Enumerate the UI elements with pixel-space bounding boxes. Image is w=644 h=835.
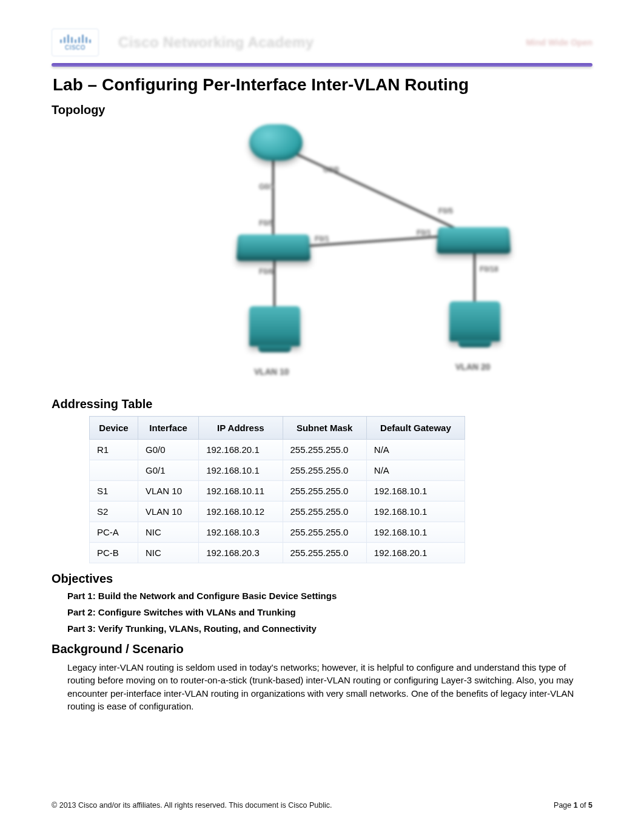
lbl-g01: G0/1 bbox=[259, 183, 275, 191]
page-current: 1 bbox=[574, 801, 578, 810]
table-cell: S1 bbox=[90, 481, 138, 501]
router-icon bbox=[249, 124, 303, 161]
page-of: of bbox=[578, 801, 588, 810]
page-title: Lab – Configuring Per-Interface Inter-VL… bbox=[53, 75, 592, 95]
link-s2-pcb bbox=[474, 247, 475, 307]
header-right-text: Mind Wide Open bbox=[526, 38, 592, 47]
th-mask: Subnet Mask bbox=[283, 417, 366, 440]
table-row: S1VLAN 10192.168.10.11255.255.255.0192.1… bbox=[90, 481, 465, 501]
objective-item: Part 3: Verify Trunking, VLANs, Routing,… bbox=[67, 623, 592, 634]
table-cell: 192.168.10.1 bbox=[366, 481, 465, 501]
logo-bars-icon bbox=[60, 35, 91, 43]
table-cell: 192.168.10.1 bbox=[366, 522, 465, 543]
table-cell: 192.168.10.11 bbox=[199, 481, 283, 501]
table-cell: N/A bbox=[366, 440, 465, 460]
page-label: Page bbox=[554, 801, 574, 810]
lbl-g00: G0/0 bbox=[323, 166, 339, 174]
th-ip: IP Address bbox=[199, 417, 283, 440]
table-cell: NIC bbox=[138, 522, 199, 543]
background-paragraph: Legacy inter-VLAN routing is seldom used… bbox=[67, 661, 592, 713]
table-cell: 255.255.255.0 bbox=[283, 543, 366, 563]
table-header-row: Device Interface IP Address Subnet Mask … bbox=[90, 417, 465, 440]
table-cell: R1 bbox=[90, 440, 138, 460]
section-background: Background / Scenario bbox=[52, 642, 592, 656]
section-topology: Topology bbox=[52, 103, 592, 117]
footer-copyright: © 2013 Cisco and/or its affiliates. All … bbox=[52, 801, 332, 810]
table-cell: 192.168.10.3 bbox=[199, 522, 283, 543]
table-cell: PC-B bbox=[90, 543, 138, 563]
topology-diagram: G0/1 G0/0 F0/5 F0/1 F0/1 F0/5 F0/6 F0/18… bbox=[52, 122, 592, 389]
table-cell: 192.168.10.1 bbox=[199, 460, 283, 481]
switch-s2-icon bbox=[437, 227, 511, 254]
switch-s1-icon bbox=[236, 235, 311, 261]
th-interface: Interface bbox=[138, 417, 199, 440]
th-gateway: Default Gateway bbox=[366, 417, 465, 440]
link-s1-pca bbox=[273, 254, 275, 315]
table-cell: 255.255.255.0 bbox=[283, 522, 366, 543]
page-total: 5 bbox=[588, 801, 592, 810]
table-cell: 255.255.255.0 bbox=[283, 481, 366, 501]
footer-page: Page 1 of 5 bbox=[554, 801, 592, 810]
lbl-f01-s2: F0/1 bbox=[417, 229, 431, 237]
table-cell: 192.168.20.1 bbox=[366, 543, 465, 563]
header-bar: CISCO Cisco Networking Academy Mind Wide… bbox=[52, 24, 592, 61]
table-cell: N/A bbox=[366, 460, 465, 481]
lbl-f05-s2: F0/5 bbox=[438, 207, 453, 215]
table-cell: NIC bbox=[138, 543, 199, 563]
logo-word: CISCO bbox=[65, 44, 86, 51]
table-cell: 255.255.255.0 bbox=[283, 501, 366, 522]
objectives-list: Part 1: Build the Network and Configure … bbox=[67, 591, 592, 634]
table-cell: G0/0 bbox=[138, 440, 199, 460]
lbl-f018: F0/18 bbox=[480, 265, 498, 273]
table-cell: PC-A bbox=[90, 522, 138, 543]
vlan20-label: VLAN 20 bbox=[455, 362, 491, 372]
table-cell: VLAN 10 bbox=[138, 501, 199, 522]
table-row: R1G0/0192.168.20.1255.255.255.0N/A bbox=[90, 440, 465, 460]
table-cell: 255.255.255.0 bbox=[283, 440, 366, 460]
table-row: PC-BNIC192.168.20.3255.255.255.0192.168.… bbox=[90, 543, 465, 563]
pc-b-icon bbox=[449, 301, 500, 341]
table-row: S2VLAN 10192.168.10.12255.255.255.0192.1… bbox=[90, 501, 465, 522]
table-cell: 192.168.20.1 bbox=[199, 440, 283, 460]
table-cell bbox=[90, 460, 138, 481]
link-r1-s2 bbox=[291, 151, 457, 230]
objective-item: Part 1: Build the Network and Configure … bbox=[67, 591, 592, 601]
header-divider bbox=[52, 63, 592, 67]
table-row: G0/1192.168.10.1255.255.255.0N/A bbox=[90, 460, 465, 481]
lbl-f05-s1: F0/5 bbox=[259, 219, 273, 227]
objective-item: Part 2: Configure Switches with VLANs an… bbox=[67, 607, 592, 617]
link-s1-s2 bbox=[290, 235, 448, 248]
addressing-table: Device Interface IP Address Subnet Mask … bbox=[89, 416, 465, 563]
lbl-f01-s1: F0/1 bbox=[315, 235, 329, 243]
th-device: Device bbox=[90, 417, 138, 440]
table-cell: 192.168.10.1 bbox=[366, 501, 465, 522]
section-addressing: Addressing Table bbox=[52, 397, 592, 411]
table-cell: 192.168.10.12 bbox=[199, 501, 283, 522]
lbl-f06: F0/6 bbox=[259, 267, 273, 276]
brand-text: Cisco Networking Academy bbox=[118, 34, 314, 51]
table-cell: G0/1 bbox=[138, 460, 199, 481]
pc-a-icon bbox=[249, 306, 300, 346]
page-footer: © 2013 Cisco and/or its affiliates. All … bbox=[52, 801, 592, 810]
table-cell: S2 bbox=[90, 501, 138, 522]
vlan10-label: VLAN 10 bbox=[254, 367, 289, 377]
table-row: PC-ANIC192.168.10.3255.255.255.0192.168.… bbox=[90, 522, 465, 543]
table-cell: VLAN 10 bbox=[138, 481, 199, 501]
table-cell: 255.255.255.0 bbox=[283, 460, 366, 481]
section-objectives: Objectives bbox=[52, 572, 592, 586]
table-cell: 192.168.20.3 bbox=[199, 543, 283, 563]
cisco-logo: CISCO bbox=[52, 29, 99, 56]
